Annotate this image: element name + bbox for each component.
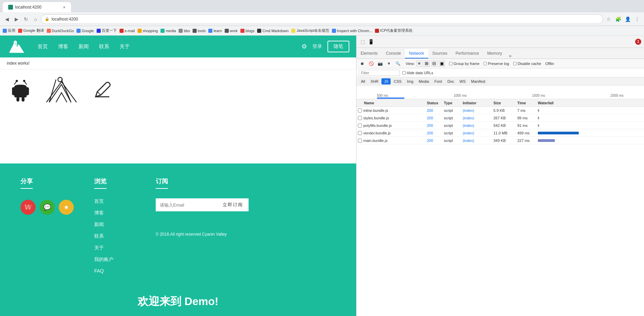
bookmark-work[interactable]: work [225,29,238,33]
waterfall-bar [538,124,539,127]
url-bar[interactable]: 🔒 localhost:4200 [41,14,603,24]
view-grid-btn[interactable]: ⊞ [424,61,430,67]
bookmark-tools[interactable]: tools [193,29,206,33]
footer-nav-blog[interactable]: 博客 [94,210,135,216]
hide-data-urls-checkbox[interactable]: Hide data URLs [402,71,433,75]
footer-nav-home[interactable]: 首页 [94,198,135,205]
bookmark-icp[interactable]: ICP代备案管理系统 [375,28,412,33]
bookmark-star-btn[interactable]: ☆ [604,15,613,23]
type-all-btn[interactable]: All [359,78,367,84]
star-btn[interactable]: ★ [59,200,74,215]
record-btn[interactable]: ⏺ [359,60,366,67]
row-time: 227 ms [515,139,536,143]
svg-line-7 [14,81,17,85]
row-checkbox[interactable] [358,108,362,113]
filter-input[interactable] [359,70,400,76]
row-checkbox[interactable] [358,116,362,120]
footer-nav-about[interactable]: 关于 [94,245,135,251]
wechat-btn[interactable]: 💬 [40,200,55,215]
type-img-btn[interactable]: Img [405,78,416,84]
disable-cache-checkbox[interactable]: Disable cache [513,62,541,66]
settings-icon[interactable]: ⚙ [302,43,307,50]
nav-link-contact[interactable]: 联系 [99,43,109,50]
back-btn[interactable]: ◀ [3,15,11,23]
footer-nav-faq[interactable]: FAQ [94,268,135,274]
preserve-log-checkbox[interactable]: Preserve log [484,62,509,66]
table-row[interactable]: polyfills.bundle.js 200 script (index) 5… [356,122,644,129]
nav-link-blog[interactable]: 博客 [58,43,68,50]
view-small-btn[interactable]: ▣ [439,61,445,67]
row-checkbox[interactable] [358,131,362,135]
type-doc-btn[interactable]: Doc [445,78,457,84]
random-btn[interactable]: 随笔 [327,41,349,52]
tab-close-btn[interactable]: ✕ [63,5,66,9]
devtools-inspect-btn[interactable]: ⬚ [359,38,366,45]
bookmark-js-naming[interactable]: JavaScript命名规范 [291,28,329,33]
site-content: index works! [0,57,356,163]
bookmark-duckduckgo[interactable]: DuckDuckGo [47,29,74,33]
footer-nav-account[interactable]: 我的账户 [94,256,135,263]
extension-btn[interactable]: 🧩 [614,15,622,23]
view-list-btn[interactable]: ≡ [416,61,422,67]
forward-btn[interactable]: ▶ [12,15,20,23]
footer-nav-contact[interactable]: 联系 [94,233,135,239]
search-btn[interactable]: 🔍 [394,60,402,67]
type-xhr-btn[interactable]: XHR [368,78,381,84]
refresh-btn[interactable]: ↻ [22,15,30,23]
tab-network[interactable]: Network [405,49,428,58]
tab-elements[interactable]: Elements [356,49,382,58]
bookmark-email[interactable]: e-mail [120,29,135,33]
waterfall-bar [538,139,555,142]
devtools-mobile-btn[interactable]: 📱 [367,38,374,45]
type-font-btn[interactable]: Font [432,78,444,84]
tab-sources[interactable]: Sources [428,49,451,58]
devtools-more-tabs[interactable]: » [506,53,514,58]
bookmark-media[interactable]: media [160,29,176,33]
bookmark-google[interactable]: Google [76,29,94,33]
android-svg [10,78,31,102]
bookmark-shopping[interactable]: shopping [138,29,158,33]
table-row[interactable]: inline.bundle.js 200 script (index) 5.9 … [356,107,644,114]
camera-btn[interactable]: 📷 [376,60,384,67]
bookmark-apps[interactable]: 应用 [3,28,15,33]
email-input[interactable] [156,198,217,211]
nav-link-home[interactable]: 首页 [38,43,48,50]
bookmark-bbs[interactable]: bbs [179,29,190,33]
row-status: 200 [425,116,442,120]
footer-nav-news[interactable]: 新闻 [94,222,135,228]
clear-btn[interactable]: 🚫 [367,60,375,67]
nav-link-news[interactable]: 新闻 [79,43,89,50]
waterfall-bar [538,109,539,112]
nav-link-about[interactable]: 关于 [120,43,130,50]
bookmark-cmd-markdown[interactable]: Cmd Markdown [257,29,289,33]
row-checkbox[interactable] [358,123,362,128]
menu-btn[interactable]: ⋮ [633,15,641,23]
table-row[interactable]: main.bundle.js 200 script (index) 349 KB… [356,137,644,144]
bookmark-google-translate[interactable]: Google 翻译 [18,28,44,33]
browser-tab[interactable]: localhost:4200 ✕ [3,2,71,12]
type-manifest-btn[interactable]: Manifest [469,78,488,84]
login-btn[interactable]: 登录 [312,43,322,50]
bookmark-learn[interactable]: learn [208,29,222,33]
table-row[interactable]: styles.bundle.js 200 script (index) 267 … [356,114,644,122]
group-by-frame-checkbox[interactable]: Group by frame [449,62,479,66]
bookmark-inspect[interactable]: Inspect with Chrom... [332,29,372,33]
weibo-btn[interactable]: 𝕎 [20,200,36,215]
table-row[interactable]: vendor.bundle.js 200 script (index) 11.0… [356,129,644,137]
type-js-btn[interactable]: JS [381,78,391,84]
profile-btn[interactable]: 👤 [624,15,632,23]
tab-memory[interactable]: Memory [483,49,506,58]
subscribe-btn[interactable]: 立即订阅 [217,198,249,211]
type-ws-btn[interactable]: WS [457,78,468,84]
tab-performance[interactable]: Performance [451,49,483,58]
view-large-btn[interactable]: ⊟ [431,61,437,67]
home-btn[interactable]: ⌂ [31,15,40,23]
filter-toggle-btn[interactable]: ▼ [385,60,393,67]
svg-rect-5 [16,97,19,102]
type-media-btn[interactable]: Media [416,78,431,84]
row-checkbox[interactable] [358,139,362,143]
type-css-btn[interactable]: CSS [391,78,404,84]
bookmark-baidu[interactable]: 百度一下 [97,28,117,33]
tab-console[interactable]: Console [382,49,405,58]
bookmark-blogs[interactable]: blogs [240,29,254,33]
